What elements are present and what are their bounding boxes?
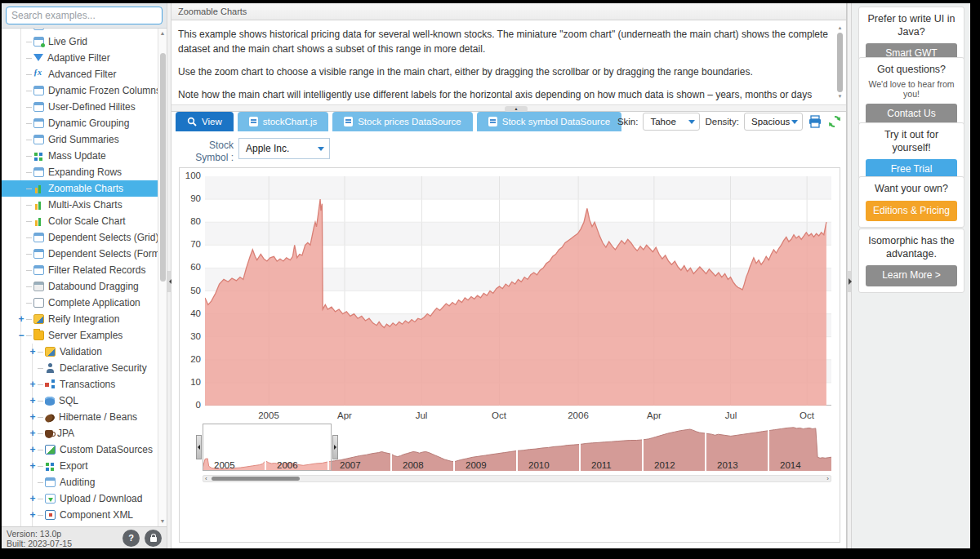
sidebar-item-live-grid[interactable]: Live Grid bbox=[2, 33, 158, 50]
zoom-selection-window[interactable] bbox=[203, 424, 332, 471]
sidebar-item-dynamic-grouping[interactable]: Dynamic Grouping bbox=[2, 115, 158, 131]
search-icon bbox=[187, 117, 197, 126]
stock-symbol-value: Apple Inc. bbox=[246, 143, 289, 154]
tree-connector bbox=[38, 401, 43, 402]
sidebar-item-grid-summaries[interactable]: Grid Summaries bbox=[2, 131, 158, 148]
table-icon bbox=[33, 118, 44, 128]
tree-scroll-thumb[interactable] bbox=[160, 53, 166, 282]
sidebar-item-dependent-selects-form[interactable]: Dependent Selects (Form) bbox=[2, 246, 158, 262]
sidebar-item-upload-download[interactable]: +Upload / Download bbox=[2, 490, 158, 507]
scroll-down-icon[interactable]: ▼ bbox=[836, 93, 844, 100]
density-value: Spacious bbox=[751, 117, 790, 126]
tab-view[interactable]: View bbox=[176, 112, 234, 131]
lock-button[interactable] bbox=[145, 530, 162, 547]
expand-toggle-icon[interactable]: + bbox=[28, 509, 38, 521]
tree-connector bbox=[26, 335, 32, 336]
sidebar-item-dependent-selects-grid[interactable]: Dependent Selects (Grid) bbox=[2, 229, 158, 246]
zoom-scroll-thumb[interactable] bbox=[212, 477, 300, 481]
print-button[interactable] bbox=[808, 114, 822, 129]
tree-connector bbox=[26, 58, 32, 59]
skin-select[interactable]: Tahoe bbox=[643, 113, 700, 131]
sidebar-item-item[interactable] bbox=[2, 28, 158, 33]
sidebar-item-component-xml[interactable]: +Component XML bbox=[2, 507, 158, 523]
expand-toggle-icon[interactable]: + bbox=[28, 444, 38, 455]
expand-toggle-icon[interactable]: + bbox=[16, 313, 26, 325]
search-input[interactable] bbox=[6, 7, 163, 24]
stock-symbol-select[interactable]: Apple Inc. bbox=[238, 138, 330, 159]
expand-toggle-icon[interactable]: + bbox=[28, 460, 38, 472]
sidebar-item-transactions[interactable]: +Transactions bbox=[2, 376, 158, 393]
sidebar-item-export[interactable]: +Export bbox=[2, 458, 158, 474]
range-end-handle[interactable] bbox=[332, 435, 338, 459]
page-title: Zoomable Charts bbox=[172, 3, 846, 20]
sidebar-item-zoomable-charts[interactable]: Zoomable Charts bbox=[2, 180, 158, 197]
density-select[interactable]: Spacious bbox=[744, 113, 803, 131]
sidebar-item-mass-update[interactable]: Mass Update bbox=[2, 148, 158, 164]
promo-card-questions: Got questions? We'd love to hear from yo… bbox=[858, 57, 964, 131]
scroll-up-icon[interactable]: ▲ bbox=[158, 29, 167, 38]
description-scrollbar[interactable]: ▲ ▼ bbox=[836, 24, 844, 100]
main-chart-plot bbox=[205, 176, 831, 406]
tab-stockchart-js[interactable]: stockChart.js bbox=[238, 112, 328, 131]
y-axis-tick-label: 20 bbox=[180, 354, 201, 364]
description-splitter[interactable]: ▲ bbox=[172, 104, 846, 112]
tab-stock-symbol-datasource[interactable]: Stock symbol DataSource bbox=[477, 112, 621, 131]
expand-toggle-icon[interactable]: + bbox=[28, 493, 38, 504]
contact-us-button[interactable]: Contact Us bbox=[866, 104, 957, 125]
tree-connector bbox=[38, 352, 43, 353]
y-axis-tick-label: 0 bbox=[180, 400, 201, 410]
sidebar-item-label: Grid Summaries bbox=[48, 134, 119, 145]
expand-toggle-icon[interactable]: + bbox=[28, 411, 38, 423]
help-button[interactable]: ? bbox=[122, 530, 140, 547]
script-file-icon bbox=[488, 117, 497, 126]
tab-stock-prices-datasource[interactable]: Stock prices DataSource bbox=[332, 112, 473, 131]
description-scroll-thumb[interactable] bbox=[837, 33, 843, 92]
sidebar-item-dynamic-frozen-columns[interactable]: Dynamic Frozen Columns bbox=[2, 82, 158, 99]
sidebar-item-filter-related-records[interactable]: Filter Related Records bbox=[2, 262, 158, 278]
expand-toggle-icon[interactable]: + bbox=[28, 379, 38, 390]
sidebar-item-auditing[interactable]: Auditing bbox=[2, 474, 158, 490]
range-start-handle[interactable] bbox=[196, 435, 202, 459]
sidebar-item-label: Advanced Filter bbox=[48, 69, 116, 80]
val-icon bbox=[45, 347, 56, 357]
zoom-scrollbar[interactable]: ‹ › bbox=[203, 475, 831, 482]
sidebar-item-declarative-security[interactable]: Declarative Security bbox=[2, 360, 158, 376]
sidebar-item-complete-application[interactable]: Complete Application bbox=[2, 295, 158, 311]
refresh-button[interactable] bbox=[827, 114, 842, 129]
sidebar-item-label: Validation bbox=[60, 346, 102, 357]
sidebar-item-expanding-rows[interactable]: Expanding Rows bbox=[2, 164, 158, 180]
fx-icon bbox=[33, 69, 44, 79]
expand-toggle-icon[interactable]: + bbox=[28, 346, 38, 357]
sidebar-item-user-defined-hilites[interactable]: User-Defined Hilites bbox=[2, 99, 158, 115]
scroll-left-icon[interactable]: ‹ bbox=[205, 475, 207, 482]
sidebar-item-adaptive-filter[interactable]: Adaptive Filter bbox=[2, 50, 158, 66]
sidebar-item-jpa[interactable]: +JPA bbox=[2, 425, 158, 441]
sidebar-item-reify-integration[interactable]: +Reify Integration bbox=[2, 311, 158, 327]
scroll-up-icon[interactable]: ▲ bbox=[836, 24, 844, 32]
editions-pricing-button[interactable]: Editions & Pricing bbox=[866, 201, 957, 222]
sidebar-item-hibernate-beans[interactable]: +Hibernate / Beans bbox=[2, 409, 158, 425]
collapse-up-icon[interactable]: ▲ bbox=[505, 106, 528, 112]
expand-toggle-icon[interactable]: + bbox=[28, 395, 38, 406]
tree-scrollbar[interactable]: ▲ ▼ bbox=[158, 29, 167, 526]
collapse-right-icon[interactable] bbox=[848, 271, 851, 292]
sidebar-item-color-scale-chart[interactable]: Color Scale Chart bbox=[2, 213, 158, 229]
sidebar-item-validation[interactable]: +Validation bbox=[2, 344, 158, 360]
sidebar-item-databound-dragging[interactable]: Databound Dragging bbox=[2, 278, 158, 295]
expand-toggle-icon[interactable]: + bbox=[28, 428, 38, 439]
sidebar-item-custom-datasources[interactable]: +Custom DataSources bbox=[2, 441, 158, 458]
sidebar-item-multi-axis-charts[interactable]: Multi-Axis Charts bbox=[2, 197, 158, 213]
tree-connector bbox=[38, 499, 43, 499]
folder-icon bbox=[33, 331, 44, 340]
sidebar-item-sql[interactable]: +SQL bbox=[2, 393, 158, 409]
filter-icon bbox=[33, 53, 43, 63]
expand-toggle-icon[interactable]: − bbox=[16, 330, 26, 341]
collapse-left-icon[interactable] bbox=[167, 271, 171, 292]
scroll-down-icon[interactable]: ▼ bbox=[158, 517, 167, 526]
learn-more-button[interactable]: Learn More > bbox=[866, 265, 957, 286]
sidebar-item-advanced-filter[interactable]: Advanced Filter bbox=[2, 66, 158, 82]
scroll-right-icon[interactable]: › bbox=[826, 475, 829, 482]
sidebar-item-server-examples[interactable]: −Server Examples bbox=[2, 327, 158, 344]
y-axis-tick-label: 30 bbox=[180, 331, 201, 341]
dots-icon bbox=[45, 461, 56, 471]
